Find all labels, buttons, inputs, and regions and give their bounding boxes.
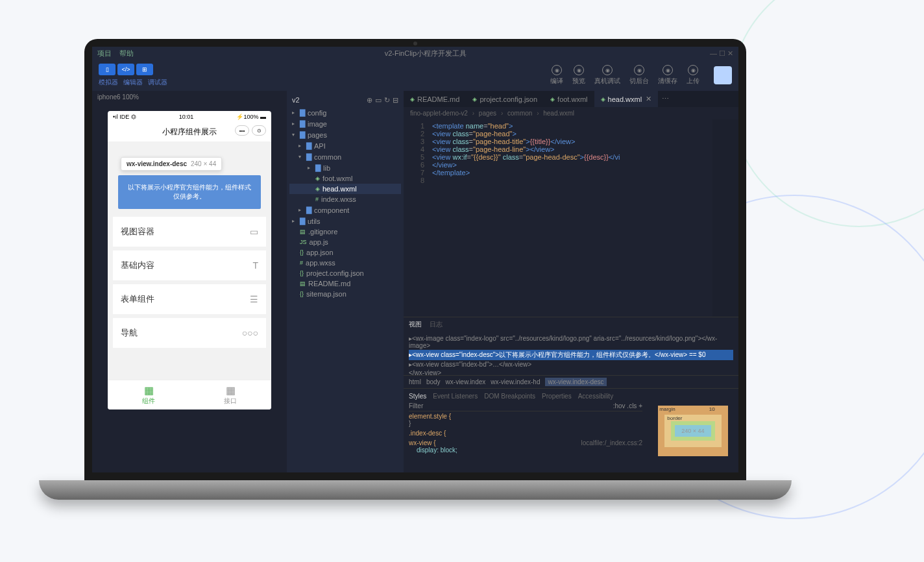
list-item[interactable]: 基础内容T xyxy=(113,250,266,280)
styles-filter-input[interactable]: Filter xyxy=(409,402,423,409)
editor-tabs: ◈README.md◈project.config.json◈foot.wxml… xyxy=(404,91,738,107)
dom-tree[interactable]: ▸<wx-image class="index-logo" src="../re… xyxy=(404,332,738,375)
styles-tab[interactable]: DOM Breakpoints xyxy=(484,393,535,400)
tree-item[interactable]: ▸▇component xyxy=(289,204,401,215)
toolbar-action[interactable]: ◉清缓存 xyxy=(658,65,677,86)
menu-help[interactable]: 帮助 xyxy=(119,49,134,58)
tree-item[interactable]: #index.wxss xyxy=(289,194,401,204)
tree-item[interactable]: {}app.json xyxy=(289,247,401,258)
dom-breadcrumb[interactable]: htmlbodywx-view.indexwx-view.index-hdwx-… xyxy=(404,375,738,388)
new-folder-icon[interactable]: ▭ xyxy=(375,96,382,104)
box-model[interactable]: margin 10 border 240 × 44 xyxy=(648,389,738,472)
debugger-toggle-button[interactable]: ⊞ xyxy=(136,64,153,75)
editor-tab[interactable]: ◈foot.wxml xyxy=(544,91,594,107)
window-title: v2-FinClip小程序开发工具 xyxy=(141,49,710,58)
tab-overflow-icon[interactable]: ⋯ xyxy=(658,91,673,107)
collapse-icon[interactable]: ⊟ xyxy=(393,96,398,104)
device-label[interactable]: iphone6 100% xyxy=(92,91,287,103)
toolbar-action[interactable]: ◉切后台 xyxy=(629,65,649,86)
list-item[interactable]: 视图容器▭ xyxy=(113,217,266,247)
editor-tab[interactable]: ◈head.wxml✕ xyxy=(594,91,659,107)
tree-item[interactable]: ▸▇utils xyxy=(289,215,401,226)
explorer-root-label[interactable]: v2 xyxy=(292,96,300,104)
code-editor[interactable]: 1<template name="head">2 <view class="pa… xyxy=(404,119,738,317)
device-preview[interactable]: •ıl IDE ⏣ 10:01 ⚡100% ▬ 小程序组件展示 ••• ⊙ wx… xyxy=(108,111,271,409)
minimap[interactable] xyxy=(712,119,738,317)
phone-status-bar: •ıl IDE ⏣ 10:01 ⚡100% ▬ xyxy=(108,111,271,123)
styles-tab[interactable]: Accessibility xyxy=(578,393,613,400)
dom-crumb[interactable]: wx-view.index-desc xyxy=(545,378,606,386)
simulator-toggle-button[interactable]: ▯ xyxy=(99,64,116,75)
window-controls[interactable]: — ☐ ✕ xyxy=(710,49,733,58)
editor-tab[interactable]: ◈README.md xyxy=(404,91,466,107)
editor-toggle-button[interactable]: </> xyxy=(117,64,134,75)
tree-item[interactable]: ▸▇API xyxy=(289,140,401,151)
styles-filter-actions[interactable]: :hov .cls + xyxy=(613,402,642,409)
dom-node[interactable]: ▸<wx-view class="index-desc">以下将展示小程序官方组… xyxy=(409,350,733,360)
refresh-icon[interactable]: ↻ xyxy=(384,96,390,104)
dom-node[interactable]: </wx-view> xyxy=(409,369,733,375)
dom-crumb[interactable]: wx-view.index-hd xyxy=(491,378,540,385)
dom-crumb[interactable]: wx-view.index xyxy=(446,378,486,385)
laptop-base xyxy=(39,480,792,500)
highlighted-element[interactable]: 以下将展示小程序官方组件能力，组件样式仅供参考。 xyxy=(118,175,261,209)
styles-tab[interactable]: Event Listeners xyxy=(433,393,478,400)
devtools-tab-console[interactable]: 日志 xyxy=(430,320,443,329)
dom-node[interactable]: ▸<wx-view class="index-bd">…</wx-view> xyxy=(409,360,733,369)
capsule-menu-icon[interactable]: ••• xyxy=(235,125,249,136)
file-explorer[interactable]: v2 ⊕ ▭ ↻ ⊟ ▸▇config▸▇image▾▇pages▸▇API▾▇… xyxy=(287,91,404,472)
toolbar: ▯ </> ⊞ 模拟器 编辑器 调试器 ◉编译◉预览◉真机调试◉切后台◉清缓存◉… xyxy=(92,60,738,91)
avatar[interactable] xyxy=(714,66,732,84)
dom-node[interactable]: ▸<wx-image class="index-logo" src="../re… xyxy=(409,334,733,350)
toolbar-left-labels: 模拟器 编辑器 调试器 xyxy=(99,78,167,87)
toolbar-action[interactable]: ◉真机调试 xyxy=(594,65,620,86)
tree-item[interactable]: #app.wxss xyxy=(289,258,401,268)
styles-tab[interactable]: Styles xyxy=(409,393,426,400)
tree-item[interactable]: ◈foot.wxml xyxy=(289,173,401,184)
breadcrumb[interactable]: fino-applet-demo-v2 › pages › common › h… xyxy=(404,107,738,119)
tree-item[interactable]: JSapp.js xyxy=(289,237,401,247)
tree-item[interactable]: ▾▇pages xyxy=(289,129,401,140)
phone-page-title: 小程序组件展示 ••• ⊙ xyxy=(108,123,271,141)
editor-tab[interactable]: ◈project.config.json xyxy=(466,91,544,107)
tree-item[interactable]: ▸▇image xyxy=(289,118,401,129)
simulator-panel: iphone6 100% •ıl IDE ⏣ 10:01 ⚡100% ▬ 小程序… xyxy=(92,91,287,472)
webcam-icon xyxy=(413,42,417,45)
styles-tab[interactable]: Properties xyxy=(542,393,572,400)
tree-item[interactable]: ▾▇common xyxy=(289,151,401,162)
toolbar-action[interactable]: ◉上传 xyxy=(687,65,699,86)
tree-item[interactable]: ▤README.md xyxy=(289,278,401,289)
ide-screen: 项目 帮助 v2-FinClip小程序开发工具 — ☐ ✕ ▯ </> ⊞ 模拟… xyxy=(92,47,738,472)
dom-crumb[interactable]: body xyxy=(426,378,441,385)
devtools-tab-elements[interactable]: 视图 xyxy=(409,320,422,329)
capsule-close-icon[interactable]: ⊙ xyxy=(252,125,266,136)
laptop-frame: 项目 帮助 v2-FinClip小程序开发工具 — ☐ ✕ ▯ </> ⊞ 模拟… xyxy=(39,39,792,532)
toolbar-action[interactable]: ◉预览 xyxy=(572,65,585,86)
close-icon[interactable]: ✕ xyxy=(646,95,651,103)
tree-item[interactable]: {}project.config.json xyxy=(289,268,401,278)
devtools-panel[interactable]: 视图 日志 ▸<wx-image class="index-logo" src=… xyxy=(404,317,738,472)
tree-item[interactable]: {}sitemap.json xyxy=(289,289,401,299)
tree-item[interactable]: ▸▇lib xyxy=(289,162,401,173)
toolbar-action[interactable]: ◉编译 xyxy=(550,65,563,86)
phone-tab[interactable]: ▦组件 xyxy=(108,380,189,409)
list-item[interactable]: 导航○○○ xyxy=(113,318,266,348)
tree-item[interactable]: ◈head.wxml xyxy=(289,184,401,194)
inspector-tooltip: wx-view.index-desc240 × 44 xyxy=(121,157,222,171)
menubar: 项目 帮助 v2-FinClip小程序开发工具 — ☐ ✕ xyxy=(92,47,738,60)
tree-item[interactable]: ▤.gitignore xyxy=(289,226,401,237)
new-file-icon[interactable]: ⊕ xyxy=(367,96,372,104)
menu-project[interactable]: 项目 xyxy=(97,49,112,58)
dom-crumb[interactable]: html xyxy=(409,378,421,385)
phone-tab[interactable]: ▦接口 xyxy=(189,380,271,409)
tree-item[interactable]: ▸▇config xyxy=(289,107,401,118)
css-rules[interactable]: element.style {}.index-desc {</span><div… xyxy=(409,411,642,455)
list-item[interactable]: 表单组件☰ xyxy=(113,284,266,314)
